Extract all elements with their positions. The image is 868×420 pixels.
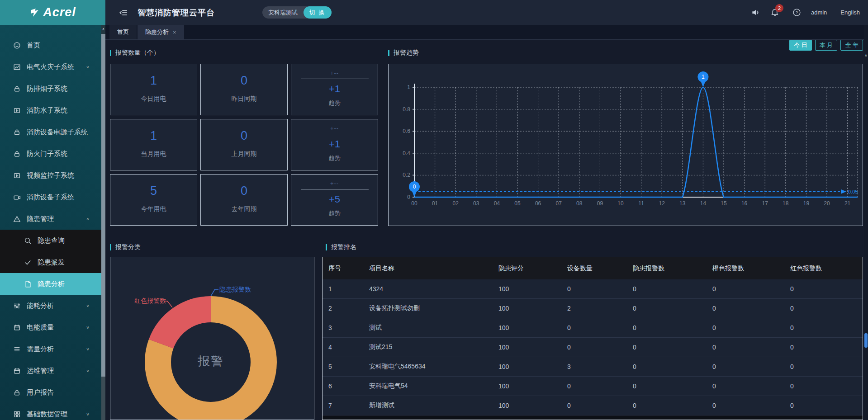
cell-device-count: 3 — [567, 363, 633, 370]
table-row[interactable]: 4 测试215 100 0 0 0 0 — [323, 338, 863, 357]
user-menu[interactable]: admin — [811, 9, 827, 16]
speaker-icon[interactable] — [751, 8, 760, 17]
org-name: 安科瑞测试 — [262, 9, 304, 17]
sidebar-item[interactable]: 首页 — [0, 34, 101, 56]
app: Acrel 首页 电气火灾子系统 ∨ 防排烟子系统 — [0, 0, 868, 420]
sidebar-item[interactable]: 电能质量 ∨ — [0, 316, 101, 338]
sidebar-item[interactable]: 消防设备子系统 — [0, 186, 101, 208]
brand-icon — [29, 7, 40, 18]
sidebar-item-icon — [24, 259, 32, 266]
cell-hazard-alarms: 0 — [633, 382, 712, 390]
alarm-ranking-panel: 序号项目名称隐患评分设备数量隐患报警数橙色报警数红色报警数 1 4324 100… — [322, 257, 863, 420]
svg-text:0: 0 — [407, 194, 410, 200]
cell-index: 1 — [328, 285, 369, 293]
sidebar-item[interactable]: 能耗分析 ∨ — [0, 295, 101, 316]
logo[interactable]: Acrel — [0, 0, 105, 25]
section-title-trend: 报警趋势 — [388, 49, 419, 57]
range-button[interactable]: 本 月 — [815, 40, 838, 51]
cell-orange-alarms: 0 — [712, 305, 790, 312]
notifications-bell-icon[interactable]: 2 — [771, 8, 779, 17]
table-row[interactable]: 5 安科瑞电气5465634 100 3 0 0 0 — [323, 357, 863, 377]
svg-text:1: 1 — [702, 74, 705, 80]
page-tab[interactable]: 首页 — [109, 25, 137, 39]
stat-label: 上月同期 — [232, 150, 257, 158]
tab-label: 首页 — [117, 28, 129, 36]
notification-badge: 2 — [775, 4, 783, 12]
cell-index: 7 — [328, 402, 369, 409]
sidebar-item[interactable]: 隐患分析 — [0, 273, 101, 295]
table-row[interactable]: 3 测试 100 0 0 0 0 — [323, 318, 863, 338]
sidebar-item-label: 消防设备子系统 — [27, 193, 74, 202]
scroll-up-icon[interactable]: ∧ — [864, 53, 868, 57]
trend-mini-value: +-- — [330, 70, 339, 76]
sidebar-item[interactable]: 防火门子系统 — [0, 143, 101, 165]
sidebar-item-icon — [13, 215, 21, 223]
sidebar-item[interactable]: 视频监控子系统 — [0, 165, 101, 186]
cell-hazard-score: 100 — [498, 402, 567, 409]
stat-card-body: 5 今年用电 — [141, 184, 166, 213]
alarm-trend-panel: 0001020304050607080910111213141516171819… — [388, 64, 863, 226]
svg-text:11: 11 — [638, 200, 644, 207]
sidebar-item-label: 基础数据管理 — [27, 410, 67, 419]
stat-card-body: 0 去年同期 — [232, 184, 257, 213]
help-icon[interactable]: ? — [792, 8, 801, 17]
cell-device-count: 0 — [567, 324, 633, 331]
svg-text:21: 21 — [844, 200, 851, 207]
sidebar-item[interactable]: 防排烟子系统 — [0, 78, 101, 99]
trend-mini-value: +-- — [330, 125, 339, 132]
chevron-icon: ∨ — [86, 303, 90, 308]
table-row[interactable]: 1 4324 100 0 0 0 0 — [323, 279, 863, 299]
alarm-category-donut-chart — [110, 257, 314, 420]
svg-text:17: 17 — [762, 200, 768, 207]
range-button[interactable]: 今 日 — [789, 40, 812, 51]
stat-card-body: +-- +1 趋势 — [301, 125, 369, 162]
sidebar-item[interactable]: 隐患查询 — [0, 230, 101, 251]
brand-text: Acrel — [43, 5, 76, 19]
sidebar-item[interactable]: 运维管理 ∨ — [0, 360, 101, 382]
trend-divider — [301, 79, 369, 79]
svg-text:0.6: 0.6 — [403, 128, 410, 134]
main-scrollbar-thumb[interactable] — [864, 333, 868, 348]
sidebar-item[interactable]: 隐患派发 — [0, 251, 101, 273]
sidebar-item-icon — [13, 42, 21, 49]
sidebar-item-icon — [13, 193, 21, 201]
table-row[interactable]: 2 设备拓扑测试勿删 100 2 0 0 0 — [323, 299, 863, 318]
cell-project-name: 测试215 — [369, 343, 498, 351]
sidebar-item-icon — [13, 367, 21, 375]
table-row[interactable]: 7 新增测试 100 0 0 0 0 — [323, 396, 863, 415]
collapse-sidebar-icon[interactable] — [119, 9, 128, 17]
tab-close-icon[interactable]: × — [173, 29, 176, 36]
stat-label: 去年同期 — [232, 205, 257, 213]
range-button[interactable]: 全 年 — [840, 40, 863, 51]
stat-card-body: +-- +1 趋势 — [301, 70, 369, 107]
cell-device-count: 0 — [567, 285, 633, 293]
language-switch[interactable]: English — [840, 9, 860, 16]
svg-text:0.8: 0.8 — [403, 106, 410, 113]
sidebar-item[interactable]: 用户报告 — [0, 382, 101, 403]
sidebar-item[interactable]: 隐患管理 ∧ — [0, 208, 101, 230]
page-tab[interactable]: 隐患分析 × — [138, 25, 184, 39]
cell-orange-alarms: 0 — [712, 382, 790, 390]
sidebar-item-icon — [13, 345, 21, 353]
cell-orange-alarms: 0 — [712, 344, 790, 351]
table-row[interactable]: 6 安科瑞电气54 100 0 0 0 0 — [323, 377, 863, 396]
sidebar-item[interactable]: 消防水子系统 — [0, 99, 101, 121]
stat-card: +-- +5 趋势 — [291, 174, 378, 226]
org-selector: 安科瑞测试 切 换 — [262, 6, 332, 19]
org-switch-button[interactable]: 切 换 — [304, 6, 332, 19]
alarm-category-panel: 报警 隐患报警数 红色报警数 — [110, 257, 314, 420]
sidebar-item-label: 隐患管理 — [27, 215, 54, 223]
section-title-category: 报警分类 — [110, 243, 141, 251]
svg-text:07: 07 — [556, 200, 562, 207]
sidebar-item[interactable]: 需量分析 ∨ — [0, 338, 101, 360]
sidebar-scroll-up-icon[interactable]: ∧ — [101, 25, 105, 34]
svg-text:18: 18 — [783, 200, 789, 207]
sidebar-item[interactable]: 电气火灾子系统 ∨ — [0, 56, 101, 78]
main-scrollbar[interactable]: ∧ — [864, 25, 868, 420]
sidebar-scrollbar-thumb[interactable] — [101, 34, 105, 377]
sidebar-item[interactable]: 基础数据管理 ∨ — [0, 403, 101, 420]
chevron-icon: ∨ — [86, 347, 90, 351]
sidebar-item-icon — [13, 389, 21, 396]
sidebar-item[interactable]: 消防设备电源子系统 — [0, 121, 101, 143]
stat-card-body: 1 当月用电 — [141, 129, 166, 158]
